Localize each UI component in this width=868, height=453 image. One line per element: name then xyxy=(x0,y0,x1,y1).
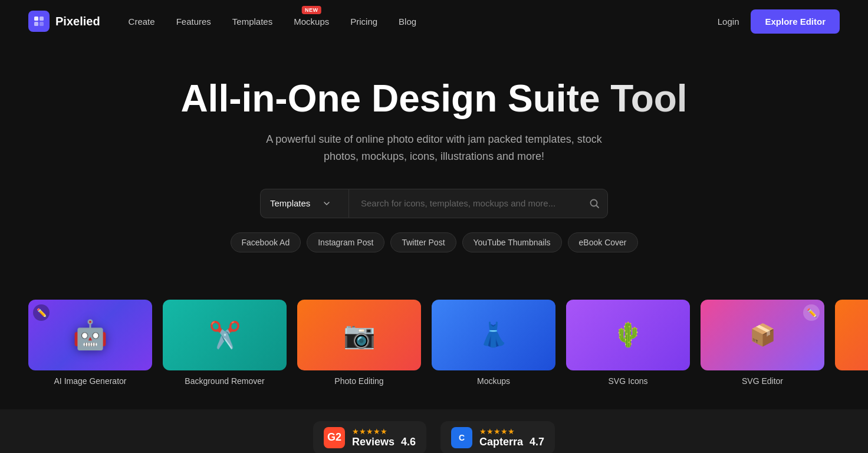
dropdown-label: Templates xyxy=(270,198,310,208)
chevron-down-icon xyxy=(322,199,331,208)
card-ai-image: ✏️ 🤖 xyxy=(28,300,152,370)
card-photo-label: Photo Editing xyxy=(297,376,421,386)
hero-section: All-in-One Design Suite Tool A powerful … xyxy=(0,42,868,300)
capterra-icon: C xyxy=(451,427,472,448)
logo-text: Pixelied xyxy=(55,15,100,28)
tag-ebook-cover[interactable]: eBook Cover xyxy=(568,232,638,252)
g2-stars: ★★★★★ xyxy=(352,427,416,436)
search-area: Templates xyxy=(28,189,840,218)
card-editor-label: SVG Editor xyxy=(701,376,824,386)
card-svg-image: 🌵 xyxy=(566,300,690,370)
card-print-on-demand[interactable]: 👕 Print On D... xyxy=(835,300,868,386)
new-badge: NEW xyxy=(302,6,321,14)
svg-rect-2 xyxy=(34,22,38,26)
explore-editor-button[interactable]: Explore Editor xyxy=(751,9,840,34)
card-svg-editor[interactable]: ✏️ 📦 SVG Editor xyxy=(701,300,824,386)
tag-twitter-post[interactable]: Twitter Post xyxy=(390,232,456,252)
nav-mockups[interactable]: NEW Mockups xyxy=(294,17,329,27)
pencil-icon: ✏️ xyxy=(33,304,50,321)
card-editor-image: ✏️ 📦 xyxy=(701,300,824,370)
nav-templates[interactable]: Templates xyxy=(232,17,272,27)
svg-point-4 xyxy=(591,199,597,206)
svg-rect-1 xyxy=(40,17,44,21)
capterra-stars: ★★★★★ xyxy=(479,427,544,436)
g2-badge: G2 ★★★★★ Reviews 4.6 xyxy=(313,421,426,453)
nav-right: Login Explore Editor xyxy=(718,9,840,34)
hero-title: All-in-One Design Suite Tool xyxy=(28,78,840,119)
card-background-remover[interactable]: ✂️ Background Remover xyxy=(163,300,287,386)
nav-blog[interactable]: Blog xyxy=(399,17,416,27)
svg-rect-3 xyxy=(40,22,44,26)
tag-facebook-ad[interactable]: Facebook Ad xyxy=(231,232,301,252)
nav-pricing[interactable]: Pricing xyxy=(350,17,377,27)
edit-icon: ✏️ xyxy=(803,304,820,321)
navbar: Pixelied Create Features Templates NEW M… xyxy=(0,0,868,42)
tag-youtube-thumbnails[interactable]: YouTube Thumbnails xyxy=(462,232,562,252)
search-button[interactable] xyxy=(589,198,600,209)
card-ai-image-generator[interactable]: ✏️ 🤖 AI Image Generator xyxy=(28,300,152,386)
tag-instagram-post[interactable]: Instagram Post xyxy=(307,232,384,252)
card-svg-label: SVG Icons xyxy=(566,376,690,386)
card-mockups[interactable]: 👗 Mockups xyxy=(432,300,555,386)
card-bg-label: Background Remover xyxy=(163,376,287,386)
search-input-wrap xyxy=(348,189,608,218)
nav-create[interactable]: Create xyxy=(129,17,155,27)
card-photo-image: 📷 xyxy=(297,300,421,370)
card-mockup-label: Mockups xyxy=(432,376,555,386)
card-print-label: Print On D... xyxy=(835,376,868,386)
logo-icon xyxy=(28,11,50,32)
card-mockup-image: 👗 xyxy=(432,300,555,370)
svg-rect-0 xyxy=(34,17,38,21)
logo[interactable]: Pixelied xyxy=(28,11,100,32)
capterra-badge: C ★★★★★ Capterra 4.7 xyxy=(440,421,555,453)
hero-subtitle: A powerful suite of online photo editor … xyxy=(257,131,611,165)
search-icon xyxy=(589,198,600,209)
review-section: G2 ★★★★★ Reviews 4.6 C ★★★★★ Capterra 4.… xyxy=(0,409,868,453)
card-print-image: 👕 xyxy=(835,300,868,370)
card-ai-label: AI Image Generator xyxy=(28,376,152,386)
card-bg-image: ✂️ xyxy=(163,300,287,370)
login-link[interactable]: Login xyxy=(718,17,739,27)
search-category-dropdown[interactable]: Templates xyxy=(260,189,348,218)
nav-links: Create Features Templates NEW Mockups Pr… xyxy=(129,17,718,27)
nav-features[interactable]: Features xyxy=(176,17,211,27)
g2-icon: G2 xyxy=(324,427,345,448)
capterra-score: Capterra 4.7 xyxy=(479,436,544,448)
quick-tags: Facebook Ad Instagram Post Twitter Post … xyxy=(28,232,840,252)
search-input[interactable] xyxy=(348,189,608,218)
g2-score: Reviews 4.6 xyxy=(352,436,416,448)
card-svg-icons[interactable]: 🌵 SVG Icons xyxy=(566,300,690,386)
card-photo-editing[interactable]: 📷 Photo Editing xyxy=(297,300,421,386)
feature-cards-row: ✏️ 🤖 AI Image Generator ✂️ Background Re… xyxy=(0,300,868,386)
